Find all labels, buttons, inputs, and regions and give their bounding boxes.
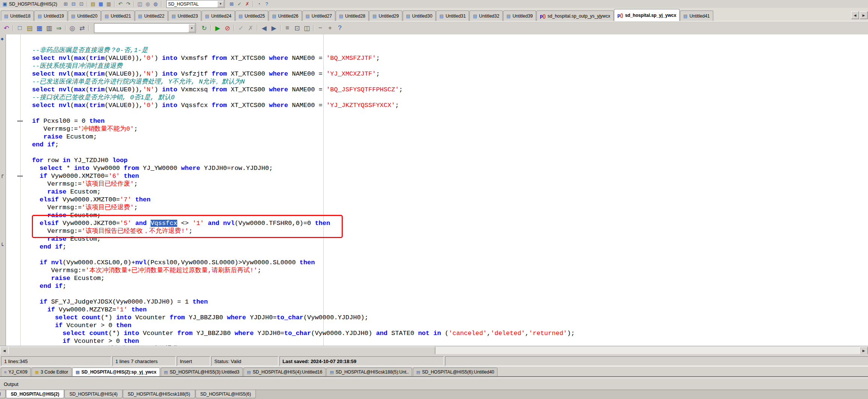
status-cell xyxy=(445,356,868,366)
new-test-window-icon[interactable]: ⊟ xyxy=(70,1,78,7)
help-icon[interactable]: ? xyxy=(335,23,345,33)
session-tab-SD_HOSPITAL@HIS(4)[interactable]: SD_HOSPITAL@HIS(4) xyxy=(64,390,123,398)
save-icon[interactable]: ▦ xyxy=(34,23,44,33)
window-tab-SD_HOSPITAL@HIS5(6):Untitled40[interactable]: ▤SD_HOSPITAL@HIS5(6):Untitled40 xyxy=(413,368,497,377)
title-bar: ▣ SD_HOSPITAL@HIS(2) ⊞⊟⊡▤▦▥↶↷◫◎◍ SD_HOSP… xyxy=(0,0,868,8)
back-icon[interactable]: ↶ xyxy=(1,23,11,33)
print-icon[interactable]: ▥ xyxy=(105,1,113,7)
gutter-fold-dash[interactable] xyxy=(17,121,23,122)
tab-label: Untitled30 xyxy=(412,13,432,19)
window-list-icon[interactable]: ◫ xyxy=(302,23,312,33)
session-combo[interactable]: SD_HOSPITAL ▼ xyxy=(166,0,225,8)
fold-start-marker[interactable]: ┌ xyxy=(0,172,3,177)
session-tab-General[interactable]: General xyxy=(0,390,6,398)
code-line: select nvl(max(trim(VALUE0)),'0') into V… xyxy=(24,101,575,109)
session-tab-SD_HOSPITAL@HIS5(6)[interactable]: SD_HOSPITAL@HIS5(6) xyxy=(196,390,256,398)
chevron-down-icon[interactable]: ▼ xyxy=(188,24,195,32)
fold-end-marker[interactable]: └ xyxy=(0,243,3,248)
toolbar-separator xyxy=(161,1,162,7)
object-combo[interactable]: ▼ xyxy=(94,23,196,33)
code-text[interactable]: --非药品医嘱是否直接退费？0-否,1-是 select nvl(max(tri… xyxy=(24,46,575,346)
tab-Untitled21[interactable]: ▤Untitled21 xyxy=(101,10,134,21)
preferences-icon[interactable]: ◍ xyxy=(152,1,160,7)
tab-Untitled39[interactable]: ▤Untitled39 xyxy=(503,10,536,21)
new-command-window-icon[interactable]: ⊡ xyxy=(78,1,85,7)
tab-scroll-left-icon[interactable]: ◀ xyxy=(851,11,859,19)
code-line: Verrmsg:='该项目已经退费'; xyxy=(24,204,575,211)
code-line: if Pcxsl00 = 0 then xyxy=(24,117,575,125)
code-line: select nvl(max(trim(VALUE0)),'N') into V… xyxy=(24,70,575,78)
first-record-icon[interactable]: ◀ xyxy=(259,23,269,33)
zoom-out-icon[interactable]: − xyxy=(315,23,325,33)
editor-surface[interactable]: --非药品医嘱是否直接退费？0-否,1-是 select nvl(max(tri… xyxy=(6,34,868,346)
print-icon[interactable]: ▥ xyxy=(44,23,54,33)
compile-icon[interactable]: ⊡ xyxy=(292,23,302,33)
save-file-icon[interactable]: ▦ xyxy=(97,1,105,7)
help-icon[interactable]: ? xyxy=(263,1,271,7)
undo-icon[interactable]: ↶ xyxy=(117,1,124,7)
redo-icon[interactable]: ↷ xyxy=(124,1,132,7)
tab-Untitled32[interactable]: ▤Untitled32 xyxy=(469,10,502,21)
tab-Untitled31[interactable]: ▤Untitled31 xyxy=(436,10,469,21)
zoom-in-icon[interactable]: + xyxy=(325,23,335,33)
tab-sd_hospital.sp_yj_ywcx[interactable]: p()sd_hospital.sp_yj_ywcx xyxy=(614,9,680,21)
tab-Untitled24[interactable]: ▤Untitled24 xyxy=(202,10,235,21)
new-document-icon[interactable]: □ xyxy=(15,23,25,33)
tab-Untitled23[interactable]: ▤Untitled23 xyxy=(168,10,201,21)
tab-Untitled41[interactable]: ▤Untitled41 xyxy=(680,10,713,21)
gutter-fold-dash[interactable] xyxy=(17,176,23,177)
tab-Untitled18[interactable]: ▤Untitled18 xyxy=(1,10,34,21)
tab-Untitled20[interactable]: ▤Untitled20 xyxy=(68,10,101,21)
new-sql-window-icon[interactable]: ⊞ xyxy=(62,1,70,7)
tab-sd_hospital.sp_outp_ys_yjywcx[interactable]: p()sd_hospital.sp_outp_ys_yjywcx xyxy=(536,10,614,21)
chevron-down-icon[interactable]: ▼ xyxy=(217,1,224,7)
horizontal-scrollbar[interactable]: ◀ ▶ xyxy=(0,346,868,354)
scrollbar-thumb[interactable] xyxy=(8,347,435,355)
toolbar-separator xyxy=(234,25,235,31)
replace-icon[interactable]: ⇄ xyxy=(77,23,87,33)
tab-Untitled26[interactable]: ▤Untitled26 xyxy=(269,10,302,21)
tab-Untitled22[interactable]: ▤Untitled22 xyxy=(135,10,168,21)
tab-Untitled28[interactable]: ▤Untitled28 xyxy=(336,10,369,21)
tab-Untitled25[interactable]: ▤Untitled25 xyxy=(235,10,268,21)
tab-Untitled29[interactable]: ▤Untitled29 xyxy=(369,10,402,21)
find-icon[interactable]: ◎ xyxy=(144,1,152,7)
next-record-icon[interactable]: ▶ xyxy=(269,23,279,33)
open-file-icon[interactable]: ▤ xyxy=(89,1,97,7)
export-icon[interactable]: ⇒ xyxy=(54,23,64,33)
commit-icon[interactable]: ✓ xyxy=(236,1,244,7)
describe-icon[interactable]: ≡ xyxy=(282,23,292,33)
window-tab-3 Code Editor[interactable]: ▦3 Code Editor xyxy=(31,368,72,377)
scroll-right-icon[interactable]: ▶ xyxy=(859,347,868,355)
monitor-icon[interactable]: ◔ xyxy=(255,1,263,7)
search-icon[interactable]: ◎ xyxy=(67,23,77,33)
scroll-left-icon[interactable]: ◀ xyxy=(0,347,9,355)
rollback-icon[interactable]: ✗ xyxy=(246,23,255,33)
break-icon[interactable]: ⊘ xyxy=(223,23,232,33)
window-tab-SD_HOSPITAL@HIS(2):sp_yj_ywcx[interactable]: ▤SD_HOSPITAL@HIS(2):sp_yj_ywcx xyxy=(72,368,160,377)
tab-Untitled27[interactable]: ▤Untitled27 xyxy=(302,10,335,21)
object-browser-icon[interactable]: ◫ xyxy=(136,1,144,7)
window-tab-SD_HOSPITAL@HIS(4):Untitled16[interactable]: ▤SD_HOSPITAL@HIS(4):Untitled16 xyxy=(244,368,326,377)
code-line: --已发送医保清单是否允许进行院内退费处理, Y不允许, N允许。默认为N xyxy=(24,78,575,86)
session-tab-SD_HOSPITAL@HIS(2)[interactable]: SD_HOSPITAL@HIS(2) xyxy=(6,390,64,398)
execute-icon[interactable]: ▶ xyxy=(213,23,223,33)
refresh-icon[interactable]: ↻ xyxy=(199,23,209,33)
sql-window-icon: ▤ xyxy=(372,14,376,18)
tab-label: sd_hospital.sp_outp_ys_yjywcx xyxy=(548,13,610,19)
sessions-icon[interactable]: ⊠ xyxy=(228,1,236,7)
window-tab-SD_HOSPITAL@HIS5(3):Untitled3[interactable]: ▤SD_HOSPITAL@HIS5(3):Untitled3 xyxy=(161,368,243,377)
open-document-icon[interactable]: ▤ xyxy=(25,23,34,33)
session-tab-SD_HOSPITAL@HIScsk188(5)[interactable]: SD_HOSPITAL@HIScsk188(5) xyxy=(123,390,195,398)
tab-Untitled19[interactable]: ▤Untitled19 xyxy=(34,10,67,21)
window-icon: ≡ xyxy=(4,370,6,374)
rollback-icon[interactable]: ✗ xyxy=(244,1,251,7)
sql-window-icon: ▤ xyxy=(239,14,243,18)
tab-Untitled30[interactable]: ▤Untitled30 xyxy=(403,10,436,21)
tab-label: Untitled28 xyxy=(345,13,365,19)
window-tab-YJ_CX09[interactable]: ≡YJ_CX09 xyxy=(1,368,31,377)
code-editor[interactable]: ◆ ┌ └ --非药品医嘱是否直接退费？0-否,1-是 select nvl(m… xyxy=(0,34,868,346)
commit-icon[interactable]: ✓ xyxy=(236,23,246,33)
window-tab-SD_HOSPITAL@HIScsk188(5):Unt..[interactable]: ▤SD_HOSPITAL@HIScsk188(5):Unt.. xyxy=(326,368,412,377)
tab-scroll-right-icon[interactable]: ▶ xyxy=(860,11,868,19)
